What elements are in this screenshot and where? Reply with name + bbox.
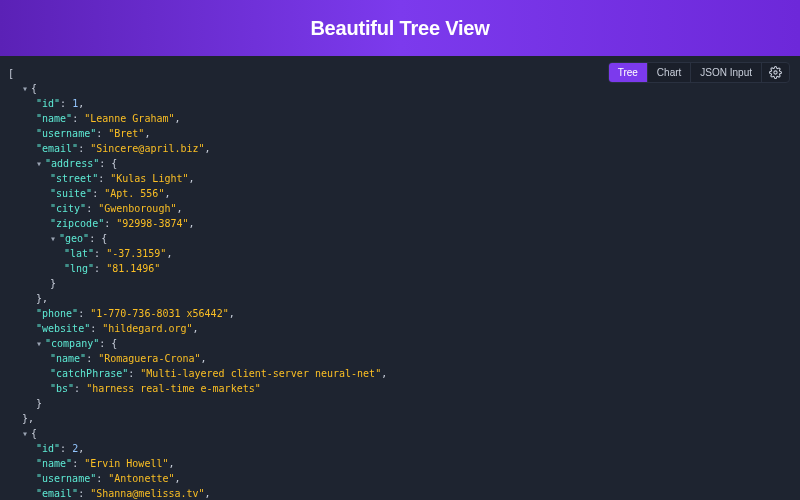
json-string: "Leanne Graham": [84, 113, 174, 124]
expand-toggle-icon[interactable]: ▾: [50, 233, 56, 244]
tree-line: "lat": "-37.3159",: [8, 246, 792, 261]
json-punct: :: [86, 353, 98, 364]
json-key: "phone": [36, 308, 78, 319]
json-punct: ,: [144, 128, 150, 139]
json-string: "Gwenborough": [98, 203, 176, 214]
json-punct: :: [98, 173, 110, 184]
json-key: "address": [45, 158, 99, 169]
tree-line: "email": "Shanna@melissa.tv",: [8, 486, 792, 500]
json-punct: :: [72, 458, 84, 469]
json-key: "email": [36, 143, 78, 154]
json-punct: ,: [176, 203, 182, 214]
tree-line: },: [8, 291, 792, 306]
json-string: "81.1496": [106, 263, 160, 274]
tree-line: "bs": "harness real-time e-markets": [8, 381, 792, 396]
json-key: "zipcode": [50, 218, 104, 229]
json-punct: :: [78, 308, 90, 319]
tree-line: "suite": "Apt. 556",: [8, 186, 792, 201]
json-punct: [: [8, 68, 14, 79]
json-string: "Romaguera-Crona": [98, 353, 200, 364]
tree-line: }: [8, 396, 792, 411]
json-key: "email": [36, 488, 78, 499]
json-punct: : {: [99, 338, 117, 349]
json-key: "id": [36, 443, 60, 454]
json-key: "company": [45, 338, 99, 349]
view-toolbar: Tree Chart JSON Input: [608, 62, 790, 83]
tree-line: "name": "Ervin Howell",: [8, 456, 792, 471]
json-punct: :: [90, 323, 102, 334]
json-punct: }: [36, 398, 42, 409]
json-string: "Apt. 556": [104, 188, 164, 199]
json-key: "name": [36, 458, 72, 469]
settings-button[interactable]: [762, 63, 789, 82]
json-string: "Bret": [108, 128, 144, 139]
json-punct: ,: [205, 488, 211, 499]
page-title: Beautiful Tree View: [310, 17, 489, 40]
tab-json-input[interactable]: JSON Input: [691, 63, 762, 82]
json-punct: ,: [166, 248, 172, 259]
tree-line: "name": "Leanne Graham",: [8, 111, 792, 126]
json-punct: :: [72, 113, 84, 124]
json-key: "username": [36, 473, 96, 484]
json-punct: :: [96, 128, 108, 139]
json-punct: :: [78, 488, 90, 499]
json-punct: ,: [381, 368, 387, 379]
json-punct: ,: [78, 443, 84, 454]
json-punct: ,: [78, 98, 84, 109]
svg-point-0: [774, 71, 777, 74]
json-string: "hildegard.org": [102, 323, 192, 334]
json-punct: ,: [229, 308, 235, 319]
json-punct: ,: [164, 188, 170, 199]
tree-line: ▾{: [8, 426, 792, 441]
json-key: "suite": [50, 188, 92, 199]
tree-line: "website": "hildegard.org",: [8, 321, 792, 336]
json-string: "-37.3159": [106, 248, 166, 259]
expand-toggle-icon[interactable]: ▾: [36, 158, 42, 169]
tab-chart[interactable]: Chart: [648, 63, 691, 82]
json-key: "name": [36, 113, 72, 124]
tree-line: "id": 1,: [8, 96, 792, 111]
tree-line: }: [8, 276, 792, 291]
tree-line: "email": "Sincere@april.biz",: [8, 141, 792, 156]
json-punct: :: [104, 218, 116, 229]
expand-toggle-icon[interactable]: ▾: [22, 428, 28, 439]
json-key: "street": [50, 173, 98, 184]
json-key: "bs": [50, 383, 74, 394]
tree-line: ▾{: [8, 81, 792, 96]
json-punct: :: [78, 143, 90, 154]
json-punct: ,: [175, 473, 181, 484]
tree-line: "name": "Romaguera-Crona",: [8, 351, 792, 366]
tree-line: },: [8, 411, 792, 426]
json-punct: },: [22, 413, 34, 424]
json-punct: ,: [193, 323, 199, 334]
json-key: "geo": [59, 233, 89, 244]
json-punct: :: [96, 473, 108, 484]
json-punct: ,: [189, 173, 195, 184]
tree-line: "city": "Gwenborough",: [8, 201, 792, 216]
json-punct: ,: [168, 458, 174, 469]
expand-toggle-icon[interactable]: ▾: [22, 83, 28, 94]
json-punct: :: [94, 263, 106, 274]
tree-line: "street": "Kulas Light",: [8, 171, 792, 186]
json-punct: ,: [201, 353, 207, 364]
tree-line: "username": "Bret",: [8, 126, 792, 141]
json-string: "Multi-layered client-server neural-net": [140, 368, 381, 379]
json-punct: {: [31, 83, 37, 94]
tree-line: "zipcode": "92998-3874",: [8, 216, 792, 231]
json-string: "Ervin Howell": [84, 458, 168, 469]
json-punct: :: [94, 248, 106, 259]
tree-line: "username": "Antonette",: [8, 471, 792, 486]
json-key: "website": [36, 323, 90, 334]
json-string: "Shanna@melissa.tv": [90, 488, 204, 499]
expand-toggle-icon[interactable]: ▾: [36, 338, 42, 349]
tree-line: "id": 2,: [8, 441, 792, 456]
json-punct: : {: [89, 233, 107, 244]
json-tree-viewer[interactable]: [▾{"id": 1,"name": "Leanne Graham","user…: [0, 56, 800, 500]
json-string: "Kulas Light": [110, 173, 188, 184]
json-punct: :: [128, 368, 140, 379]
json-punct: : {: [99, 158, 117, 169]
json-punct: ,: [174, 113, 180, 124]
gear-icon: [769, 66, 782, 79]
tab-tree[interactable]: Tree: [609, 63, 648, 82]
tree-line: ▾"geo": {: [8, 231, 792, 246]
